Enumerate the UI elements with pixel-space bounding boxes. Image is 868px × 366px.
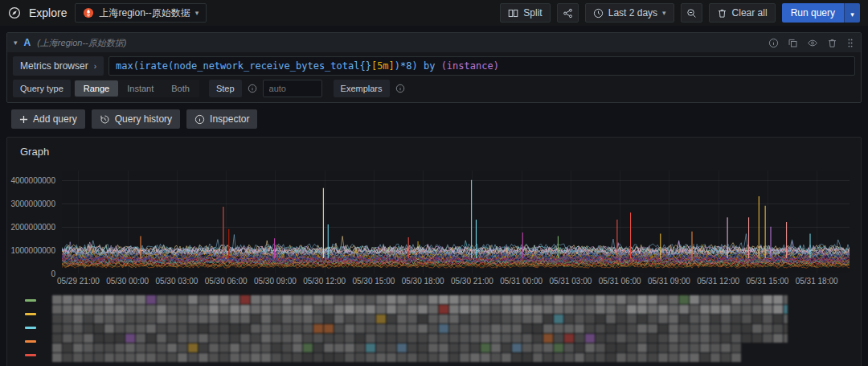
promql-token: )*8) by (395, 60, 441, 72)
x-axis: 05/29 21:0005/30 00:0005/30 03:0005/30 0… (62, 276, 850, 289)
legend-series-dash[interactable] (25, 354, 36, 356)
prometheus-icon (83, 7, 94, 19)
remove-query-button[interactable] (827, 38, 837, 48)
trash-icon (827, 38, 837, 48)
x-axis-label: 05/31 06:00 (599, 277, 641, 286)
x-axis-label: 05/30 18:00 (402, 277, 444, 286)
chevron-down-icon: ▾ (662, 10, 666, 17)
query-ref-id: A (24, 37, 31, 48)
legend-series-dash[interactable] (25, 340, 36, 343)
page-title: Explore (29, 6, 67, 19)
time-range-picker[interactable]: Last 2 days ▾ (585, 3, 674, 23)
run-query-button[interactable]: Run query (782, 3, 844, 23)
query-editor-panel: ▾ A (上海region--原始数据) Metrics browser › (6, 32, 862, 103)
query-type-option-instant[interactable]: Instant (118, 80, 162, 97)
query-type-option-both[interactable]: Both (162, 80, 199, 97)
inspector-label: Inspector (210, 113, 249, 125)
chevron-down-icon: ▾ (850, 10, 854, 19)
info-circle-icon (248, 84, 257, 93)
promql-token: [5m] (371, 60, 395, 72)
x-axis-label: 05/31 00:00 (500, 277, 542, 286)
metrics-browser-button[interactable]: Metrics browser › (13, 56, 104, 76)
legend-blurred-content (52, 295, 788, 363)
drag-handle-icon (846, 38, 854, 48)
datasource-picker[interactable]: 上海region--原始数据 ▾ (75, 3, 207, 23)
split-button[interactable]: Split (500, 3, 550, 23)
zoom-out-button[interactable] (681, 3, 702, 23)
legend-series-dash[interactable] (25, 327, 36, 329)
add-query-label: Add query (33, 113, 77, 125)
y-axis-label: 2000000000 (10, 222, 55, 231)
split-icon (508, 8, 518, 19)
x-axis-label: 05/31 15:00 (746, 277, 788, 286)
eye-icon (807, 38, 818, 48)
duplicate-query-button[interactable] (788, 38, 798, 48)
graph-panel: Graph 0100000000020000000003000000000400… (6, 137, 862, 366)
y-axis-label: 1000000000 (10, 245, 55, 254)
chevron-down-icon: ▾ (195, 10, 199, 17)
query-help-button[interactable] (768, 38, 779, 48)
x-axis-label: 05/30 21:00 (451, 277, 493, 286)
share-button[interactable] (557, 3, 579, 23)
query-history-button[interactable]: Query history (92, 109, 180, 129)
x-axis-label: 05/30 12:00 (303, 277, 346, 286)
x-axis-label: 05/30 15:00 (352, 277, 395, 286)
step-input[interactable] (263, 80, 322, 97)
legend-series-dash[interactable] (25, 313, 36, 315)
promql-token: max(irate(node_network_receive_bytes_tot… (116, 60, 371, 72)
graph-legend (17, 295, 851, 363)
query-type-group: RangeInstantBoth (74, 80, 199, 97)
copy-icon (788, 38, 798, 48)
run-query-split-button: Run query ▾ (782, 3, 860, 23)
time-range-label: Last 2 days (608, 7, 657, 19)
collapse-chevron-icon[interactable]: ▾ (14, 39, 18, 47)
plus-icon (19, 115, 28, 124)
zoom-out-icon (686, 8, 697, 19)
query-type-option-range[interactable]: Range (75, 80, 118, 97)
chevron-right-icon: › (94, 62, 96, 71)
drag-handle[interactable] (846, 38, 854, 48)
y-axis-label: 0 (51, 269, 55, 278)
info-circle-icon (768, 38, 779, 48)
explore-toolbar: Add query Query history Inspector (11, 109, 862, 129)
promql-token: (instance) (441, 60, 499, 72)
query-datasource-hint: (上海region--原始数据) (37, 37, 126, 49)
exemplars-label: Exemplars (334, 80, 390, 97)
legend-series-dash[interactable] (25, 299, 36, 302)
trash-icon (717, 8, 727, 19)
hide-query-button[interactable] (807, 38, 818, 48)
clear-all-label: Clear all (732, 7, 768, 19)
datasource-name: 上海region--原始数据 (99, 6, 190, 20)
y-axis: 0100000000020000000003000000000400000000… (17, 171, 62, 273)
query-type-label: Query type (13, 80, 71, 97)
y-axis-label: 4000000000 (10, 175, 55, 184)
top-navigation-bar: Explore 上海region--原始数据 ▾ Split Last 2 da… (0, 0, 868, 26)
x-axis-label: 05/31 09:00 (648, 277, 690, 286)
y-axis-label: 3000000000 (10, 199, 55, 208)
timeseries-graph[interactable] (62, 171, 850, 273)
legend-series-markers (25, 295, 52, 363)
graph-panel-title: Graph (20, 146, 851, 158)
x-axis-label: 05/29 21:00 (57, 277, 100, 286)
clear-all-button[interactable]: Clear all (709, 3, 776, 23)
metrics-browser-label: Metrics browser (20, 60, 88, 72)
history-icon (100, 114, 110, 125)
x-axis-label: 05/31 18:00 (796, 277, 838, 286)
split-label: Split (523, 7, 542, 19)
query-row-header: ▾ A (上海region--原始数据) (7, 33, 861, 52)
x-axis-label: 05/30 06:00 (205, 277, 248, 286)
explore-compass-icon (8, 6, 21, 19)
query-history-label: Query history (115, 113, 172, 125)
x-axis-label: 05/30 03:00 (155, 277, 198, 286)
clock-icon (593, 8, 604, 19)
add-query-button[interactable]: Add query (11, 109, 85, 129)
x-axis-label: 05/31 12:00 (697, 277, 739, 286)
x-axis-label: 05/31 03:00 (549, 277, 592, 286)
run-query-dropdown-button[interactable]: ▾ (844, 3, 860, 23)
step-label: Step (209, 80, 242, 97)
share-icon (563, 8, 573, 19)
x-axis-label: 05/30 09:00 (254, 277, 297, 286)
inspector-button[interactable]: Inspector (186, 109, 257, 129)
query-expression-input[interactable]: max(irate(node_network_receive_bytes_tot… (108, 56, 855, 76)
info-circle-icon (194, 114, 205, 125)
